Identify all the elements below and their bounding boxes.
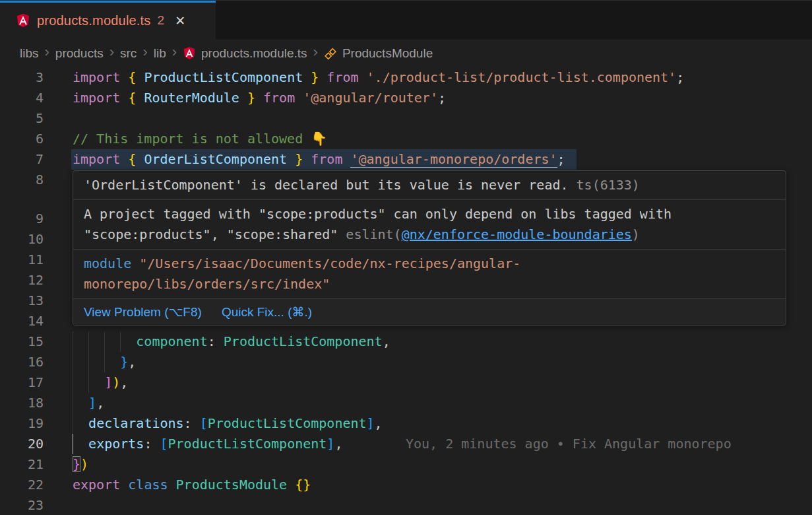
line-number[interactable]: 3 — [0, 67, 44, 88]
tab-products-module[interactable]: products.module.ts 2 ✕ — [0, 1, 216, 40]
code-editor[interactable]: 'OrderListComponent' is declared but its… — [0, 66, 812, 515]
code-text[interactable]: exports: [ProductListComponent], — [73, 434, 342, 454]
code-line-17[interactable]: 17 ]), — [0, 372, 812, 393]
code-line-4[interactable]: 4import { RouterModule } from '@angular/… — [0, 88, 812, 108]
tab-bar: products.module.ts 2 ✕ — [0, 0, 812, 40]
line-number[interactable]: 7 — [0, 149, 44, 170]
module-keyword: module — [84, 256, 131, 271]
line-number[interactable]: 10 — [0, 229, 44, 250]
breadcrumb-item-lib[interactable]: lib — [154, 46, 166, 61]
code-line-7[interactable]: 7import { OrderListComponent } from '@an… — [0, 149, 812, 170]
line-number[interactable]: 15 — [0, 331, 44, 352]
hover-message: 'OrderListComponent' is declared but its… — [84, 177, 569, 193]
module-specifier-link: '@angular-monorepo/orders' — [350, 151, 557, 168]
code-line-15[interactable]: 15 component: ProductListComponent, — [0, 331, 812, 352]
code-text[interactable]: export class ProductsModule {} — [73, 475, 311, 495]
git-blame-annotation: You, 2 minutes ago • Fix Angular monorep… — [406, 434, 732, 454]
line-number[interactable]: 21 — [0, 454, 44, 475]
angular-icon — [183, 46, 196, 60]
code-line-16[interactable]: 16 }, — [0, 352, 812, 372]
chevron-right-icon: › — [313, 45, 318, 61]
chevron-right-icon: › — [45, 45, 49, 61]
line-number[interactable]: 19 — [0, 413, 44, 434]
code-text[interactable]: ], — [73, 393, 104, 413]
breadcrumb-item-src[interactable]: src — [120, 46, 137, 61]
diagnostic-code: ts(6133) — [569, 177, 640, 193]
breadcrumb-item-products[interactable]: products — [55, 46, 104, 61]
chevron-right-icon: › — [109, 45, 114, 61]
code-text[interactable]: import { OrderListComponent } from '@ang… — [73, 149, 565, 170]
code-text[interactable]: ]), — [73, 372, 128, 393]
code-line-6[interactable]: 6// This import is not allowed 👇 — [0, 129, 812, 149]
code-text[interactable]: import { RouterModule } from '@angular/r… — [73, 88, 446, 108]
line-number[interactable]: 4 — [0, 88, 44, 108]
chevron-right-icon: › — [142, 45, 147, 61]
line-number[interactable]: 17 — [0, 372, 44, 393]
hover-module-info: module "/Users/isaac/Documents/code/nx-r… — [73, 250, 786, 299]
line-number[interactable]: 5 — [0, 108, 44, 129]
code-text[interactable]: // This import is not allowed 👇 — [73, 129, 327, 149]
tab-title: products.module.ts — [37, 13, 151, 28]
line-number[interactable]: 8 — [0, 170, 44, 190]
active-tab-indicator — [0, 1, 216, 3]
breadcrumb-item-libs[interactable]: libs — [20, 46, 39, 61]
line-number[interactable]: 13 — [0, 291, 44, 311]
line-number[interactable]: 14 — [0, 311, 44, 331]
code-line-19[interactable]: 19 declarations: [ProductListComponent], — [0, 413, 812, 434]
code-line-22[interactable]: 22export class ProductsModule {} — [0, 475, 812, 495]
quick-fix-button[interactable]: Quick Fix... (⌘.) — [222, 304, 312, 320]
breadcrumb-item-file[interactable]: products.module.ts — [183, 46, 307, 61]
code-line-18[interactable]: 18 ], — [0, 393, 812, 413]
breadcrumb: libs › products › src › lib › products.m… — [0, 40, 812, 66]
code-line-5[interactable]: 5 — [0, 108, 812, 129]
code-text[interactable]: declarations: [ProductListComponent], — [73, 413, 383, 434]
code-text[interactable]: }, — [73, 352, 136, 372]
line-number[interactable]: 22 — [0, 475, 44, 495]
hover-eslint-diagnostic: A project tagged with "scope:products" c… — [73, 200, 786, 250]
code-line-21[interactable]: 21}) — [0, 454, 812, 475]
close-icon[interactable]: ✕ — [175, 15, 185, 27]
line-number[interactable]: 9 — [0, 209, 44, 229]
eslint-rule-link[interactable]: @nx/enforce-module-boundaries — [402, 226, 632, 242]
breadcrumb-item-symbol[interactable]: ProductsModule — [324, 46, 433, 61]
hover-popup: 'OrderListComponent' is declared but its… — [73, 170, 786, 326]
hover-ts-diagnostic: 'OrderListComponent' is declared but its… — [73, 171, 786, 200]
code-text[interactable]: import { ProductListComponent } from './… — [73, 67, 684, 88]
angular-icon — [16, 13, 30, 28]
code-line-3[interactable]: 3import { ProductListComponent } from '.… — [0, 67, 812, 88]
code-line-20[interactable]: 20 exports: [ProductListComponent],You, … — [0, 434, 812, 454]
tab-problem-count: 2 — [158, 13, 165, 28]
line-number[interactable]: 16 — [0, 352, 44, 372]
line-number[interactable]: 12 — [0, 270, 44, 291]
code-text[interactable]: }) — [73, 454, 88, 475]
hover-status-bar: View Problem (⌥F8) Quick Fix... (⌘.) — [73, 299, 786, 325]
line-number[interactable]: 23 — [0, 495, 44, 515]
line-number[interactable]: 20 — [0, 434, 44, 454]
code-text[interactable]: component: ProductListComponent, — [73, 331, 390, 352]
code-line-23[interactable]: 23 — [0, 495, 812, 515]
line-number[interactable]: 18 — [0, 393, 44, 413]
symbol-class-icon — [324, 47, 337, 61]
view-problem-button[interactable]: View Problem (⌥F8) — [84, 304, 202, 320]
line-number[interactable]: 11 — [0, 250, 44, 270]
chevron-right-icon: › — [172, 45, 177, 61]
line-number[interactable]: 6 — [0, 129, 44, 149]
